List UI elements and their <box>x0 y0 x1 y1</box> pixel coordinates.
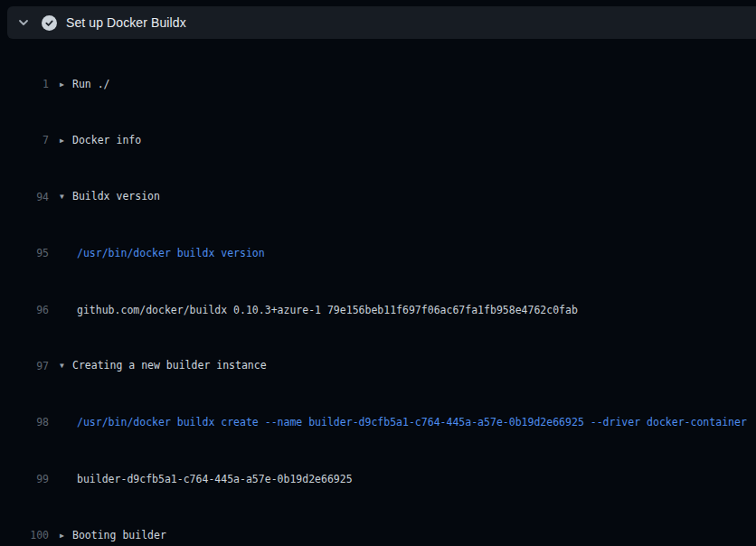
triangle-right-icon: ▶ <box>60 132 72 150</box>
log-text: ▶Booting builder <box>60 526 166 545</box>
line-number: 7 <box>0 131 49 149</box>
log-text: github.com/docker/buildx 0.10.3+azure-1 … <box>60 301 578 319</box>
triangle-right-icon: ▶ <box>60 527 72 545</box>
triangle-down-icon: ▼ <box>60 188 72 206</box>
triangle-right-icon: ▶ <box>60 76 72 94</box>
log-group-label: Creating a new builder instance <box>72 359 267 372</box>
line-number: 100 <box>0 526 49 544</box>
log-group-label: Booting builder <box>72 529 166 541</box>
actions-log-viewer: Set up Docker Buildx 1 ▶Run ./ 7 ▶Docker… <box>0 6 756 546</box>
log-lines: 1 ▶Run ./ 7 ▶Docker info 94 ▼Buildx vers… <box>0 39 756 546</box>
log-row[interactable]: 7 ▶Docker info <box>0 131 756 149</box>
step-title: Set up Docker Buildx <box>66 15 186 30</box>
line-number: 94 <box>0 188 49 206</box>
log-text: ▼Buildx version <box>60 187 160 206</box>
line-number: 1 <box>0 75 49 93</box>
log-row[interactable]: 100 ▶Booting builder <box>0 526 756 544</box>
log-row[interactable]: 97 ▼Creating a new builder instance <box>0 357 756 375</box>
log-text: builder-d9cfb5a1-c764-445a-a57e-0b19d2e6… <box>60 470 353 488</box>
log-group-label: Docker info <box>72 134 141 146</box>
log-text: /usr/bin/docker buildx version <box>60 244 265 262</box>
log-row: 98 /usr/bin/docker buildx create --name … <box>0 413 756 431</box>
line-number: 98 <box>0 413 49 431</box>
log-row: 96 github.com/docker/buildx 0.10.3+azure… <box>0 301 756 319</box>
log-text: /usr/bin/docker buildx create --name bui… <box>60 413 747 431</box>
line-number: 96 <box>0 301 49 319</box>
triangle-down-icon: ▼ <box>60 357 72 375</box>
log-row[interactable]: 1 ▶Run ./ <box>0 75 756 93</box>
log-text: ▶Docker info <box>60 131 141 150</box>
log-row: 99 builder-d9cfb5a1-c764-445a-a57e-0b19d… <box>0 470 756 488</box>
line-number: 95 <box>0 244 49 262</box>
log-row[interactable]: 94 ▼Buildx version <box>0 188 756 206</box>
line-number: 99 <box>0 470 49 488</box>
log-text: ▶Run ./ <box>60 75 110 94</box>
step-header[interactable]: Set up Docker Buildx <box>7 6 756 39</box>
log-row: 95 /usr/bin/docker buildx version <box>0 244 756 262</box>
line-number: 97 <box>0 357 49 375</box>
step-success-check-icon <box>42 15 57 31</box>
log-text: ▼Creating a new builder instance <box>60 356 267 375</box>
chevron-down-icon[interactable] <box>14 13 33 33</box>
log-group-label: Run ./ <box>72 78 110 90</box>
log-group-label: Buildx version <box>72 190 160 202</box>
